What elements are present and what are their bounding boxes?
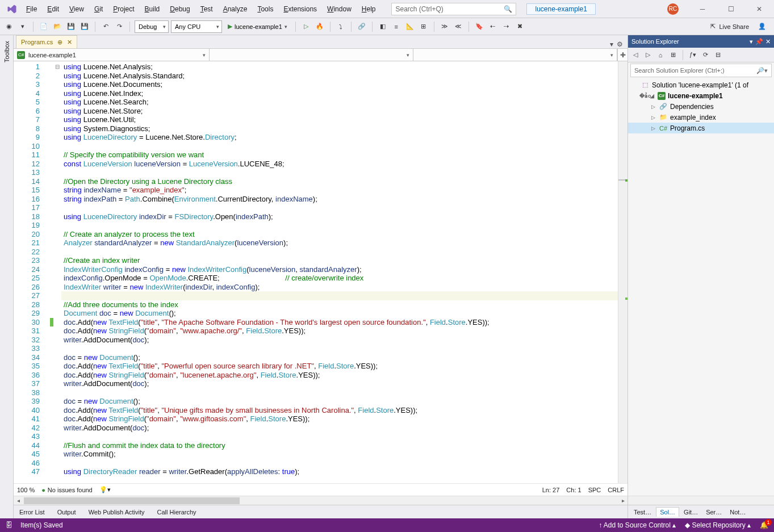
code-line[interactable]: 37writer.AddDocument(doc); bbox=[14, 379, 618, 388]
code-line[interactable]: 2using Lucene.Net.Analysis.Standard; bbox=[14, 72, 618, 81]
menu-build[interactable]: Build bbox=[140, 3, 165, 15]
code-line[interactable]: 21Analyzer standardAnalyzer = new Standa… bbox=[14, 238, 618, 248]
notifications-button[interactable]: 🔔1 bbox=[760, 521, 768, 529]
code-line[interactable]: 23//Create an index writer bbox=[14, 256, 618, 265]
code-line[interactable]: 9using LuceneDirectory = Lucene.Net.Stor… bbox=[14, 133, 618, 142]
browser-link-icon[interactable]: 🔗 bbox=[356, 20, 367, 33]
sidetab-2[interactable]: Git… bbox=[680, 508, 701, 517]
hot-reload-icon[interactable]: 🔥 bbox=[314, 20, 325, 33]
save-icon[interactable]: 💾 bbox=[65, 20, 77, 33]
code-line[interactable]: 45writer.Commit(); bbox=[14, 450, 618, 459]
code-line[interactable]: 38 bbox=[14, 388, 618, 397]
code-line[interactable]: 6using Lucene.Net.Store; bbox=[14, 107, 618, 116]
code-line[interactable]: 33 bbox=[14, 344, 618, 353]
tooltab-error-list[interactable]: Error List bbox=[19, 508, 45, 517]
tab-dropdown-icon[interactable]: ▾ bbox=[610, 40, 613, 48]
vs-logo-icon[interactable] bbox=[6, 3, 18, 15]
code-line[interactable]: 43 bbox=[14, 432, 618, 441]
code-line[interactable]: 26IndexWriter writer = new IndexWriter(i… bbox=[14, 283, 618, 292]
fwd-icon[interactable]: ▷ bbox=[643, 50, 653, 60]
build-config-combo[interactable]: Debug bbox=[135, 20, 169, 33]
uncomment-icon[interactable]: ≪ bbox=[453, 20, 464, 33]
switch-view-icon[interactable]: ⊞ bbox=[668, 50, 678, 60]
new-item-icon[interactable]: 📄 bbox=[38, 20, 49, 33]
close-tab-icon[interactable]: ✕ bbox=[67, 39, 72, 46]
solution-hscroll[interactable] bbox=[628, 496, 774, 505]
last-session-icon[interactable]: ◧ bbox=[377, 20, 388, 33]
select-repository[interactable]: ◆ Select Repository ▴ bbox=[685, 521, 751, 529]
prev-bookmark-icon[interactable]: ⇠ bbox=[487, 20, 499, 33]
tree-solution-node[interactable]: ⬚ Solution 'lucene-example1' (1 of bbox=[628, 79, 774, 90]
issues-indicator[interactable]: ● No issues found bbox=[41, 487, 93, 493]
toolbox-sidebar[interactable]: Toolbox bbox=[0, 35, 14, 518]
tree-file-node[interactable]: ▷C# Program.cs bbox=[628, 123, 774, 133]
solution-search-input[interactable]: Search Solution Explorer (Ctrl+;) 🔎▾ bbox=[630, 64, 772, 77]
menu-project[interactable]: Project bbox=[108, 3, 139, 15]
autohide-icon[interactable]: 📌 bbox=[755, 38, 763, 45]
code-line[interactable]: 3using Lucene.Net.Documents; bbox=[14, 80, 618, 89]
next-bookmark-icon[interactable]: ⇢ bbox=[501, 20, 512, 33]
back-icon[interactable]: ◁ bbox=[630, 50, 641, 60]
nav-type-combo[interactable] bbox=[210, 49, 413, 61]
code-line[interactable]: 44//Flush and commit the index data to t… bbox=[14, 441, 618, 450]
zoom-level[interactable]: 100 % bbox=[17, 487, 35, 493]
code-line[interactable]: 15string indexName = "example_index"; bbox=[14, 186, 618, 195]
home-icon[interactable]: ⌂ bbox=[655, 50, 666, 60]
code-line[interactable]: 40doc.Add(new TextField("title", "Unique… bbox=[14, 406, 618, 415]
code-line[interactable]: 32writer.AddDocument(doc); bbox=[14, 336, 618, 345]
clear-bookmark-icon[interactable]: ✖ bbox=[514, 20, 526, 33]
code-line[interactable]: 27 bbox=[14, 291, 618, 300]
code-line[interactable]: 30doc.Add(new TextField("title", "The Ap… bbox=[14, 318, 618, 327]
pin-icon[interactable]: ⊕ bbox=[57, 39, 62, 46]
code-line[interactable]: 28//Add three documents to the index bbox=[14, 300, 618, 309]
code-line[interactable]: 7using Lucene.Net.Util; bbox=[14, 115, 618, 124]
nav-project-combo[interactable]: C# lucene-example1 bbox=[14, 49, 210, 61]
platform-combo[interactable]: Any CPU bbox=[171, 20, 222, 33]
code-line[interactable]: 24IndexWriterConfig indexConfig = new In… bbox=[14, 265, 618, 274]
menu-view[interactable]: View bbox=[65, 3, 89, 15]
open-icon[interactable]: 📂 bbox=[52, 20, 63, 33]
tree-folder-node[interactable]: ▷📁 example_index bbox=[628, 112, 774, 123]
code-line[interactable]: 35doc.Add(new TextField("title", "Powerf… bbox=[14, 362, 618, 371]
code-line[interactable]: 25indexConfig.OpenMode = OpenMode.CREATE… bbox=[14, 274, 618, 283]
liveshare-button[interactable]: ⇱ Live Share 👤 bbox=[706, 23, 771, 30]
code-line[interactable]: 13 bbox=[14, 168, 618, 177]
code-line[interactable]: 11// Specify the compatibility version w… bbox=[14, 150, 618, 160]
global-search-input[interactable]: Search (Ctrl+Q) 🔍 bbox=[391, 3, 516, 15]
code-line[interactable]: 8using System.Diagnostics; bbox=[14, 124, 618, 133]
menu-extensions[interactable]: Extensions bbox=[279, 3, 321, 15]
tree-deps-node[interactable]: ▷🔗 Dependencies bbox=[628, 101, 774, 112]
run-button[interactable]: ▶ lucene-example1 ▾ bbox=[224, 23, 291, 30]
code-line[interactable]: 47using DirectoryReader reader = writer.… bbox=[14, 467, 618, 476]
tab-gear-icon[interactable]: ⚙ bbox=[617, 40, 623, 48]
nav-split-icon[interactable]: ✚ bbox=[617, 49, 627, 61]
solution-name-pill[interactable]: lucene-example1 bbox=[526, 3, 595, 15]
menu-test[interactable]: Test bbox=[196, 3, 217, 15]
horizontal-scrollbar[interactable]: ◂▸ bbox=[14, 496, 627, 505]
code-line[interactable]: 17 bbox=[14, 203, 618, 212]
dropdown-icon[interactable]: ▾ bbox=[750, 38, 753, 45]
sidetab-3[interactable]: Ser… bbox=[702, 508, 725, 517]
run-nobuild-icon[interactable]: ▷ bbox=[300, 20, 312, 33]
code-line[interactable]: 42writer.AddDocument(doc); bbox=[14, 424, 618, 433]
menu-help[interactable]: Help bbox=[357, 3, 380, 15]
tab-program-cs[interactable]: Program.cs ⊕ ✕ bbox=[16, 35, 77, 48]
minimize-button[interactable]: ─ bbox=[690, 1, 715, 17]
code-line[interactable]: 18using LuceneDirectory indexDir = FSDir… bbox=[14, 212, 618, 221]
sidetab-1[interactable]: Sol… bbox=[656, 507, 679, 517]
code-line[interactable]: 19 bbox=[14, 221, 618, 230]
sidetab-4[interactable]: Not… bbox=[726, 508, 749, 517]
code-line[interactable]: 10 bbox=[14, 142, 618, 151]
menu-analyze[interactable]: Analyze bbox=[219, 3, 252, 15]
redo-icon[interactable]: ↷ bbox=[114, 20, 125, 33]
add-source-control[interactable]: ↑ Add to Source Control ▴ bbox=[599, 521, 676, 529]
nav-back-icon[interactable]: ◉ bbox=[3, 20, 15, 33]
comment-icon[interactable]: ≫ bbox=[439, 20, 450, 33]
code-line[interactable]: 4using Lucene.Net.Index; bbox=[14, 89, 618, 98]
tooltab-web-publish-activity[interactable]: Web Publish Activity bbox=[89, 508, 145, 517]
step-icon[interactable]: ⤵ bbox=[335, 20, 346, 33]
lightbulb-icon[interactable]: 💡▾ bbox=[99, 486, 111, 493]
bookmark-icon[interactable]: 🔖 bbox=[474, 20, 485, 33]
vertical-scrollbar[interactable] bbox=[618, 61, 627, 483]
code-line[interactable]: 39doc = new Document(); bbox=[14, 397, 618, 406]
